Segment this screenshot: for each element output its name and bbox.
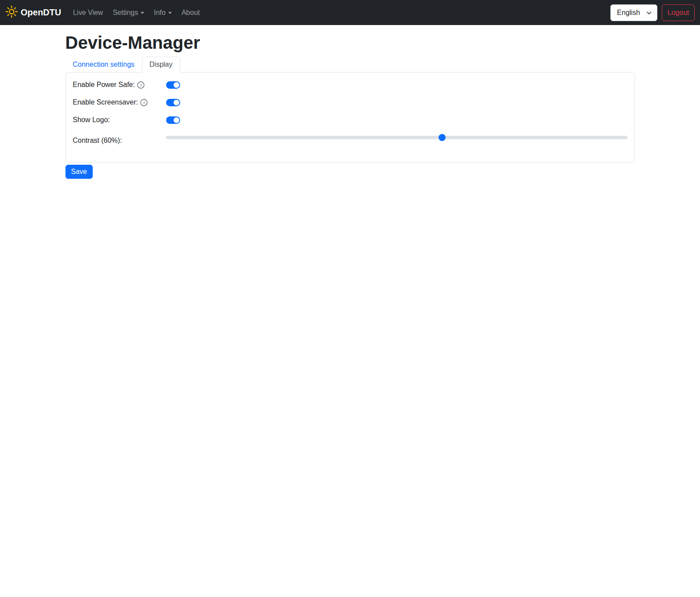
main-container: Device-Manager Connection settings Displ… xyxy=(60,32,640,179)
svg-text:i: i xyxy=(143,100,145,105)
field-control xyxy=(166,116,627,124)
field-control xyxy=(166,99,627,106)
show-logo-toggle[interactable] xyxy=(166,116,180,124)
show-logo-label: Show Logo: xyxy=(73,116,110,124)
field-label: Contrast (60%): xyxy=(73,132,166,145)
contrast-slider[interactable] xyxy=(166,134,627,141)
caret-down-icon xyxy=(168,12,172,14)
nav-links: Live View Settings Info About xyxy=(68,9,205,17)
contrast-label: Contrast (60%): xyxy=(73,137,122,145)
svg-text:i: i xyxy=(140,82,141,87)
nav-item-about[interactable]: About xyxy=(178,5,203,20)
field-contrast: Contrast (60%): xyxy=(73,132,627,155)
info-icon[interactable]: i xyxy=(137,81,145,89)
info-icon[interactable]: i xyxy=(140,99,148,106)
page-title: Device-Manager xyxy=(65,32,635,53)
navbar-right: English Logout xyxy=(610,4,695,21)
brand-link[interactable]: OpenDTU xyxy=(5,5,65,20)
enable-screensaver-label: Enable Screensaver: xyxy=(73,98,138,106)
tab-display[interactable]: Display xyxy=(142,57,180,72)
display-settings-card: Enable Power Safe: i Enable Screensaver: xyxy=(65,72,635,163)
nav-item-info[interactable]: Info xyxy=(150,5,175,20)
language-select[interactable]: English xyxy=(610,4,657,21)
logout-button[interactable]: Logout xyxy=(662,4,695,21)
enable-screensaver-toggle[interactable] xyxy=(166,99,180,106)
field-show-logo: Show Logo: xyxy=(73,115,627,125)
field-control xyxy=(166,81,627,89)
save-button[interactable]: Save xyxy=(65,165,93,179)
enable-power-safe-toggle[interactable] xyxy=(166,81,180,89)
field-enable-power-safe: Enable Power Safe: i xyxy=(73,80,627,90)
toggle-knob xyxy=(174,100,179,105)
language-select-wrap: English xyxy=(610,4,657,21)
toggle-knob xyxy=(174,117,179,123)
brand-label: OpenDTU xyxy=(21,7,61,18)
nav-item-settings[interactable]: Settings xyxy=(109,5,148,20)
field-label: Show Logo: xyxy=(73,116,166,124)
caret-down-icon xyxy=(141,12,144,14)
nav-item-live-view[interactable]: Live View xyxy=(69,5,106,20)
top-navbar: OpenDTU Live View Settings Info About En… xyxy=(0,0,700,25)
field-label: Enable Screensaver: i xyxy=(73,98,166,106)
tab-bar: Connection settings Display xyxy=(65,57,635,72)
field-enable-screensaver: Enable Screensaver: i xyxy=(73,97,627,108)
field-label: Enable Power Safe: i xyxy=(73,81,166,89)
sun-icon xyxy=(5,5,18,20)
toggle-knob xyxy=(174,82,179,88)
field-control xyxy=(166,132,627,141)
tab-connection-settings[interactable]: Connection settings xyxy=(65,57,142,72)
enable-power-safe-label: Enable Power Safe: xyxy=(73,81,135,89)
